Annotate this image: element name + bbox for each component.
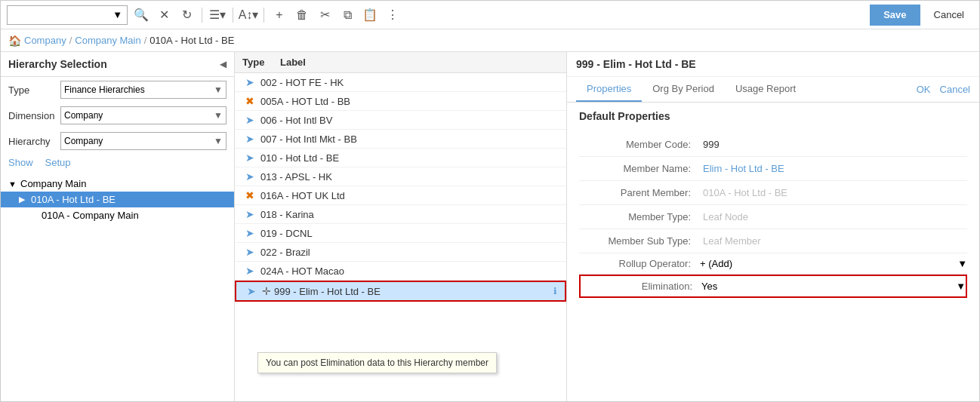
- row-label-7: 018 - Karina: [260, 209, 559, 220]
- list-item[interactable]: ✖ 005A - HOT Ltd - BB: [235, 92, 566, 111]
- cut-icon[interactable]: ✂: [316, 6, 334, 24]
- prop-row-member-sub-type: Member Sub Type: Leaf Member: [579, 229, 967, 253]
- delete-icon[interactable]: 🗑: [293, 6, 311, 24]
- breadcrumb-company-main[interactable]: Company Main: [75, 35, 140, 46]
- hierarchy-selection-title: Hierarchy Selection: [8, 58, 107, 70]
- rollup-operator-select[interactable]: + (Add) ▼: [700, 258, 967, 269]
- info-icon[interactable]: ℹ: [553, 286, 557, 296]
- row-icon-9: ➤: [242, 245, 257, 259]
- row-label-5: 013 - APSL - HK: [260, 171, 559, 183]
- tab-usage-report[interactable]: Usage Report: [725, 77, 806, 102]
- tree-item-010a-company-main[interactable]: 010A - Company Main: [1, 207, 234, 223]
- type-select[interactable]: Finance Hierarchies ▼: [60, 81, 227, 99]
- list-item[interactable]: ➤ 022 - Brazil: [235, 243, 566, 262]
- tree-item-010a[interactable]: ▶ 010A - Hot Ltd - BE: [1, 192, 234, 207]
- row-label-2: 006 - Hot Intl BV: [260, 115, 559, 126]
- row-icon-10: ➤: [242, 264, 257, 278]
- list-item[interactable]: ➤ 019 - DCNL: [235, 224, 566, 243]
- tree-label-company-main: Company Main: [20, 178, 86, 189]
- right-panel-title: 999 - Elim - Hot Ltd - BE: [567, 52, 979, 77]
- tab-org-by-period[interactable]: Org By Period: [642, 77, 725, 102]
- list-item[interactable]: ➤ 018 - Karina: [235, 205, 566, 224]
- row-label-9: 022 - Brazil: [260, 247, 559, 258]
- save-button[interactable]: Save: [870, 5, 920, 26]
- type-dropdown-arrow: ▼: [214, 84, 223, 95]
- row-icon-1: ✖: [242, 94, 257, 108]
- collapse-icon[interactable]: ◀: [220, 59, 227, 69]
- sort-icon[interactable]: A↕▾: [239, 6, 257, 24]
- blue-arrow-icon: ➤: [245, 170, 254, 183]
- type-select-value: Finance Hierarchies: [64, 84, 145, 95]
- row-label-6: 016A - HOT UK Ltd: [260, 190, 559, 201]
- tree-toggle-010a: ▶: [19, 195, 28, 204]
- rollup-operator-label: Rollup Operator:: [579, 258, 700, 269]
- tab-actions: OK Cancel: [917, 79, 970, 100]
- cancel-button[interactable]: Cancel: [940, 84, 970, 95]
- row-label-3: 007 - Hot Intl Mkt - BB: [260, 133, 559, 145]
- dimension-select[interactable]: Company ▼: [60, 106, 227, 124]
- row-label-4: 010 - Hot Ltd - BE: [260, 152, 559, 164]
- right-panel: 999 - Elim - Hot Ltd - BE Properties Org…: [567, 52, 979, 401]
- breadcrumb-sep-1: /: [69, 35, 72, 46]
- list-item[interactable]: ➤ 010 - Hot Ltd - BE: [235, 149, 566, 167]
- hierarchy-label: Hierarchy: [8, 136, 57, 147]
- refresh-icon[interactable]: ↻: [177, 6, 196, 24]
- left-panel: Hierarchy Selection ◀ Type Finance Hiera…: [1, 52, 235, 401]
- dimension-select-value: Company: [64, 110, 103, 121]
- col-type-header: Type: [242, 57, 280, 68]
- cancel-button-top[interactable]: Cancel: [925, 5, 973, 25]
- list-item-selected[interactable]: ➤ ✛ 999 - Elim - Hot Ltd - BE ℹ: [235, 281, 566, 302]
- rollup-operator-arrow: ▼: [957, 258, 967, 269]
- middle-header: Type Label: [235, 52, 566, 73]
- prop-row-member-type: Member Type: Leaf Node: [579, 205, 967, 229]
- breadcrumb-company[interactable]: Company: [24, 35, 66, 46]
- elimination-arrow: ▼: [956, 281, 966, 292]
- elimination-value: Yes: [701, 281, 717, 292]
- setup-link[interactable]: Setup: [45, 157, 71, 168]
- row-icon-8: ➤: [242, 226, 257, 240]
- row-label-8: 019 - DCNL: [260, 228, 559, 239]
- blue-arrow-icon: ➤: [245, 265, 254, 277]
- tree-item-company-main[interactable]: ▼ Company Main: [1, 176, 234, 192]
- tab-properties[interactable]: Properties: [576, 77, 642, 102]
- parent-member-value: 010A - Hot Ltd - BE: [700, 186, 967, 200]
- blue-arrow-icon: ➤: [245, 76, 254, 88]
- toolbar-dropdown[interactable]: ▼: [7, 5, 128, 25]
- more-icon[interactable]: ⋮: [384, 6, 402, 24]
- list-icon[interactable]: ☰▾: [208, 6, 227, 24]
- tabs-bar: Properties Org By Period Usage Report OK…: [567, 77, 979, 103]
- hierarchy-filter-row: Hierarchy Company ▼: [1, 128, 234, 154]
- properties-area: Default Properties Member Code: 999 Memb…: [567, 103, 979, 401]
- list-item[interactable]: ➤ 024A - HOT Macao: [235, 262, 566, 281]
- orange-x-icon: ✖: [245, 189, 254, 201]
- prop-row-parent-member: Parent Member: 010A - Hot Ltd - BE: [579, 181, 967, 205]
- hierarchy-select-value: Company: [64, 136, 103, 146]
- blue-arrow-icon: ➤: [245, 114, 254, 126]
- paste-icon[interactable]: 📋: [361, 6, 379, 24]
- move-icon[interactable]: ✛: [262, 285, 271, 297]
- prop-row-elimination: Elimination: Yes ▼: [579, 275, 967, 298]
- elimination-select[interactable]: Yes ▼: [701, 281, 966, 292]
- list-item[interactable]: ➤ 002 - HOT FE - HK: [235, 73, 566, 92]
- list-item[interactable]: ✖ 016A - HOT UK Ltd: [235, 186, 566, 205]
- list-item[interactable]: ➤ 013 - APSL - HK: [235, 167, 566, 186]
- blue-arrow-icon: ➤: [245, 246, 254, 258]
- clear-icon[interactable]: ✕: [155, 6, 173, 24]
- middle-list: ➤ 002 - HOT FE - HK ✖ 005A - HOT Ltd - B…: [235, 73, 566, 401]
- list-item[interactable]: ➤ 006 - Hot Intl BV: [235, 111, 566, 130]
- middle-panel: Type Label ➤ 002 - HOT FE - HK ✖ 005A - …: [235, 52, 567, 401]
- search-icon[interactable]: 🔍: [132, 6, 150, 24]
- separator-2: [233, 8, 233, 23]
- show-link[interactable]: Show: [8, 157, 33, 168]
- row-label-1: 005A - HOT Ltd - BB: [260, 96, 559, 107]
- row-icon-6: ✖: [242, 189, 257, 202]
- member-sub-type-label: Member Sub Type:: [579, 235, 700, 247]
- home-icon[interactable]: 🏠: [8, 35, 21, 47]
- add-icon[interactable]: +: [270, 6, 288, 24]
- dimension-dropdown-arrow: ▼: [214, 110, 223, 121]
- ok-button[interactable]: OK: [917, 84, 931, 95]
- hierarchy-select[interactable]: Company ▼: [60, 132, 227, 150]
- blue-arrow-icon: ➤: [245, 133, 254, 145]
- copy-icon[interactable]: ⧉: [338, 6, 356, 24]
- list-item[interactable]: ➤ 007 - Hot Intl Mkt - BB: [235, 130, 566, 149]
